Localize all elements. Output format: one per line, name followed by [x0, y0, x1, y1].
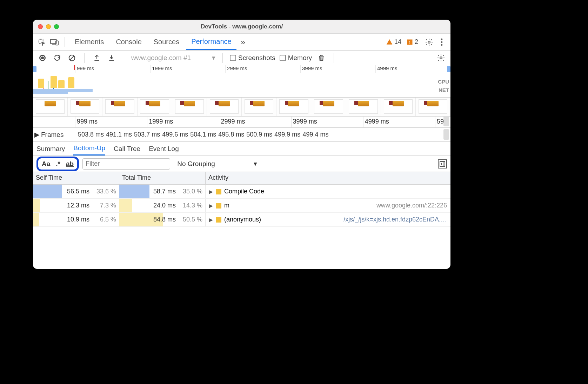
clear-icon[interactable] — [67, 53, 77, 63]
match-case-button[interactable]: Aa — [42, 160, 50, 168]
grouping-select[interactable]: No Grouping ▾ — [177, 160, 257, 168]
filmstrip-thumb[interactable] — [207, 98, 242, 116]
issues-group[interactable]: 14 ! 2 — [386, 38, 418, 46]
marker-line — [74, 65, 75, 70]
frame-time: 491.1 ms — [106, 131, 132, 138]
tab-summary[interactable]: Summary — [36, 142, 65, 155]
table-row[interactable]: 10.9 ms6.5 %84.8 ms50.5 %▶(anonymous)/xj… — [33, 213, 450, 227]
close-button[interactable] — [38, 24, 43, 29]
self-pct: 6.5 % — [92, 216, 116, 223]
tab-event-log[interactable]: Event Log — [149, 142, 179, 155]
activity-source[interactable]: www.google.com/:22:226 — [376, 202, 450, 209]
tab-console[interactable]: Console — [111, 34, 146, 50]
filter-input[interactable] — [82, 158, 170, 170]
bar — [33, 213, 39, 226]
ruler-tick: 1999 ms — [147, 117, 219, 127]
filmstrip-thumb[interactable] — [102, 98, 137, 116]
expand-icon[interactable]: ▶ — [209, 203, 213, 208]
self-ms: 56.5 ms — [67, 188, 92, 195]
errors-badge[interactable]: ! 2 — [406, 38, 418, 46]
overview-activity — [33, 73, 93, 94]
filmstrip-thumb[interactable] — [276, 98, 311, 116]
tab-call-tree[interactable]: Call Tree — [114, 142, 140, 155]
timeline-overview[interactable]: 999 ms 1999 ms 2999 ms 3999 ms 4999 ms C… — [33, 65, 450, 98]
activity-source[interactable]: /xjs/_/js/k=xjs.hd.en.fdzp62cEnDA.… — [343, 216, 450, 223]
frames-track-label[interactable]: ▶ Frames — [33, 131, 75, 139]
net-bar — [33, 89, 93, 92]
filmstrip-thumb[interactable] — [33, 98, 68, 116]
whole-word-button[interactable]: ab — [66, 160, 74, 168]
cpu-peak — [51, 76, 57, 88]
download-icon[interactable] — [106, 53, 117, 63]
regex-button[interactable]: .* — [56, 160, 60, 168]
trash-icon[interactable] — [316, 53, 327, 63]
cpu-peak — [38, 79, 44, 88]
record-button[interactable] — [37, 53, 48, 63]
frame-time: 500.9 ms — [246, 131, 272, 138]
scrollbar-thumb[interactable] — [443, 129, 449, 140]
filmstrip-thumb[interactable] — [138, 98, 172, 116]
self-ms: 10.9 ms — [67, 216, 92, 223]
tab-sources[interactable]: Sources — [149, 34, 184, 50]
profile-selector[interactable]: www.google.com #1 ▾ — [131, 54, 215, 62]
settings-gear-icon[interactable] — [424, 37, 434, 47]
total-ms: 84.8 ms — [153, 216, 178, 223]
filmstrip[interactable] — [33, 98, 450, 117]
filmstrip-thumb[interactable] — [311, 98, 346, 116]
scrollbar-thumb[interactable] — [443, 116, 449, 126]
bar — [119, 199, 132, 212]
ruler-tick: 4999 ms — [363, 117, 435, 127]
tab-performance[interactable]: Performance — [186, 34, 236, 50]
overview-ticks: 999 ms 1999 ms 2999 ms 3999 ms 4999 ms — [33, 65, 450, 73]
reload-record-icon[interactable] — [52, 53, 62, 63]
tabs-overflow-icon[interactable]: » — [239, 34, 247, 50]
filmstrip-thumb[interactable] — [381, 98, 416, 116]
frames-label-text: Frames — [41, 131, 64, 139]
overview-tick: 4999 ms — [375, 65, 450, 73]
table-row[interactable]: 12.3 ms7.3 %24.0 ms14.3 %▶mwww.google.co… — [33, 199, 450, 213]
memory-checkbox[interactable]: Memory — [280, 54, 312, 62]
inspect-icon[interactable] — [36, 37, 47, 47]
total-pct: 50.5 % — [178, 216, 202, 223]
bottom-up-table-body: 56.5 ms33.6 %58.7 ms35.0 %▶Compile Code1… — [33, 185, 450, 227]
detail-ruler[interactable]: 999 ms 1999 ms 2999 ms 3999 ms 4999 ms 5… — [33, 117, 450, 128]
frames-track[interactable]: ▶ Frames 503.8 ms 491.1 ms 503.7 ms 499.… — [33, 128, 450, 142]
bar — [33, 199, 40, 212]
filmstrip-thumb[interactable] — [346, 98, 381, 116]
overview-cpu-label: CPU — [438, 79, 449, 85]
device-toggle-icon[interactable] — [49, 37, 60, 47]
warnings-badge[interactable]: 14 — [386, 38, 401, 46]
table-row[interactable]: 56.5 ms33.6 %58.7 ms35.0 %▶Compile Code — [33, 185, 450, 199]
frame-time: 503.8 ms — [78, 131, 104, 138]
upload-icon[interactable] — [92, 53, 102, 63]
expand-icon[interactable]: ▶ — [209, 217, 213, 223]
total-pct: 14.3 % — [178, 202, 202, 209]
expand-icon[interactable]: ▶ — [209, 189, 213, 194]
ruler-tick: 3999 ms — [291, 117, 363, 127]
cpu-peak — [68, 77, 74, 88]
cell-activity: ▶mwww.google.com/:22:226 — [206, 202, 450, 209]
total-ms: 24.0 ms — [153, 202, 178, 209]
svg-line-11 — [70, 56, 74, 60]
toggle-sidebar-icon[interactable] — [438, 159, 447, 168]
titlebar: DevTools - www.google.com/ — [33, 20, 450, 34]
filmstrip-thumb[interactable] — [68, 98, 102, 116]
ruler-tick: 999 ms — [75, 117, 147, 127]
filmstrip-thumb[interactable] — [242, 98, 276, 116]
filmstrip-thumb[interactable] — [172, 98, 207, 116]
screenshots-checkbox[interactable]: Screenshots — [230, 54, 275, 62]
cell-activity: ▶Compile Code — [206, 188, 450, 195]
category-color-icon — [216, 217, 221, 223]
frame-time: 499.6 ms — [162, 131, 188, 138]
tab-elements[interactable]: Elements — [70, 34, 109, 50]
filmstrip-thumb[interactable] — [416, 98, 450, 116]
capture-settings-gear-icon[interactable] — [436, 53, 446, 63]
header-total-time[interactable]: Total Time — [119, 172, 206, 184]
header-activity[interactable]: Activity — [206, 172, 450, 184]
tab-bottom-up[interactable]: Bottom-Up — [73, 142, 105, 155]
header-self-time[interactable]: Self Time — [33, 172, 119, 184]
minimize-button[interactable] — [46, 24, 51, 29]
fullscreen-button[interactable] — [54, 24, 59, 29]
more-menu-icon[interactable] — [436, 37, 447, 47]
overview-tick — [33, 65, 75, 73]
